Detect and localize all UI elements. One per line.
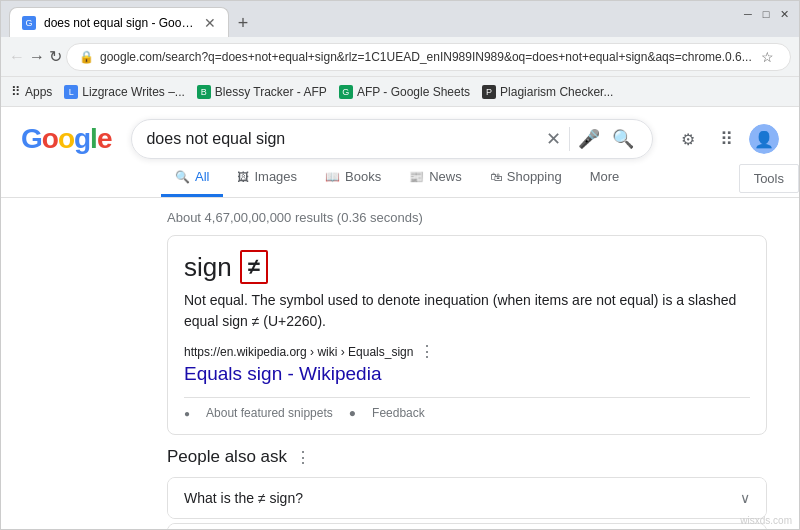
- google-apps-button[interactable]: ⠿: [711, 124, 741, 154]
- people-also-ask-section: People also ask ⋮ What is the ≠ sign? ∨ …: [167, 447, 767, 529]
- logo-g: G: [21, 123, 42, 154]
- paa-chevron-1: ∨: [740, 490, 750, 506]
- tab-images[interactable]: 🖼 Images: [223, 159, 311, 197]
- extensions-button[interactable]: 🧩: [795, 43, 800, 71]
- header-icons: ⚙ ⠿ 👤: [673, 124, 779, 154]
- tab-news-label: News: [429, 169, 462, 184]
- all-tab-icon: 🔍: [175, 170, 190, 184]
- active-tab[interactable]: G does not equal sign - Google S... ✕: [9, 7, 229, 37]
- search-divider: [569, 127, 570, 151]
- paa-more-icon[interactable]: ⋮: [295, 448, 311, 467]
- tab-bar: G does not equal sign - Google S... ✕ + …: [1, 1, 799, 37]
- minimize-button[interactable]: ─: [741, 7, 755, 21]
- tab-favicon: G: [22, 16, 36, 30]
- paa-question-1[interactable]: What is the ≠ sign? ∨: [168, 478, 766, 518]
- tools-button[interactable]: Tools: [739, 164, 799, 193]
- bookmark-lizgrace-favicon: L: [64, 85, 78, 99]
- bookmark-apps[interactable]: ⠿ Apps: [11, 84, 52, 99]
- bookmark-star-icon[interactable]: ☆: [758, 47, 778, 67]
- result-more-icon[interactable]: ⋮: [419, 342, 435, 361]
- user-avatar[interactable]: 👤: [749, 124, 779, 154]
- voice-search-icon[interactable]: 🎤: [578, 128, 600, 150]
- snippet-feedback-link[interactable]: Feedback: [372, 406, 425, 420]
- result-site-url: https://en.wikipedia.org › wiki › Equals…: [184, 345, 413, 359]
- paa-question-1-text: What is the ≠ sign?: [184, 490, 303, 506]
- logo-l: l: [90, 123, 97, 154]
- snippet-description: Not equal. The symbol used to denote ine…: [184, 290, 750, 332]
- books-tab-icon: 📖: [325, 170, 340, 184]
- images-tab-icon: 🖼: [237, 170, 249, 184]
- address-actions: ☆: [758, 47, 778, 67]
- result-url-line: https://en.wikipedia.org › wiki › Equals…: [184, 342, 750, 361]
- about-featured-snippets-link[interactable]: About featured snippets: [206, 406, 333, 420]
- new-tab-button[interactable]: +: [229, 9, 257, 37]
- snippet-title: sign: [184, 252, 232, 283]
- bookmark-plagiarism-favicon: P: [482, 85, 496, 99]
- tab-close-icon[interactable]: ✕: [204, 15, 216, 31]
- search-submit-icon[interactable]: 🔍: [608, 124, 638, 154]
- paa-item-2[interactable]: What does this mean ≅? ∨: [167, 523, 767, 529]
- snippet-desc-text: Not equal. The symbol used to denote ine…: [184, 292, 736, 329]
- result-title-link[interactable]: Equals sign - Wikipedia: [184, 363, 381, 384]
- logo-e: e: [97, 123, 112, 154]
- bookmark-plagiarism-label: Plagiarism Checker...: [500, 85, 613, 99]
- search-input[interactable]: [146, 130, 538, 148]
- snippet-dot: ●: [184, 408, 190, 419]
- paa-title: People also ask: [167, 447, 287, 467]
- tab-shopping[interactable]: 🛍 Shopping: [476, 159, 576, 197]
- tab-news[interactable]: 📰 News: [395, 159, 476, 197]
- browser-toolbar: ← → ↻ 🔒 google.com/search?q=does+not+equ…: [1, 37, 799, 77]
- snippet-footer: ● About featured snippets ● Feedback: [184, 397, 750, 420]
- tab-shopping-label: Shopping: [507, 169, 562, 184]
- tab-more[interactable]: More: [576, 159, 634, 197]
- bookmark-afp-favicon: G: [339, 85, 353, 99]
- toolbar-icons: 🧩 👤: [795, 43, 800, 71]
- bookmarks-bar: ⠿ Apps L Lizgrace Writes –... B Blessy T…: [1, 77, 799, 107]
- news-tab-icon: 📰: [409, 170, 424, 184]
- address-bar[interactable]: 🔒 google.com/search?q=does+not+equal+sig…: [66, 43, 791, 71]
- snippet-heading: sign ≠: [184, 250, 750, 284]
- bookmark-blessy[interactable]: B Blessy Tracker - AFP: [197, 85, 327, 99]
- browser-frame: G does not equal sign - Google S... ✕ + …: [0, 0, 800, 530]
- results-count: About 4,67,00,00,000 results (0.36 secon…: [167, 206, 775, 235]
- watermark: wisxds.com: [740, 515, 792, 526]
- google-header: Google ✕ 🎤 🔍 ⚙ ⠿ 👤: [1, 107, 799, 159]
- paa-item-1[interactable]: What is the ≠ sign? ∨: [167, 477, 767, 519]
- google-logo[interactable]: Google: [21, 123, 111, 155]
- tab-title: does not equal sign - Google S...: [44, 16, 196, 30]
- tab-books[interactable]: 📖 Books: [311, 159, 395, 197]
- tab-images-label: Images: [254, 169, 297, 184]
- bookmark-plagiarism[interactable]: P Plagiarism Checker...: [482, 85, 613, 99]
- tab-all-label: All: [195, 169, 209, 184]
- featured-snippet: sign ≠ Not equal. The symbol used to den…: [167, 235, 767, 435]
- results-area: About 4,67,00,00,000 results (0.36 secon…: [1, 198, 799, 529]
- bookmark-lizgrace[interactable]: L Lizgrace Writes –...: [64, 85, 184, 99]
- page-content: Google ✕ 🎤 🔍 ⚙ ⠿ 👤: [1, 107, 799, 529]
- tab-more-label: More: [590, 169, 620, 184]
- settings-button[interactable]: ⚙: [673, 124, 703, 154]
- logo-o2: o: [58, 123, 74, 154]
- maximize-button[interactable]: □: [759, 7, 773, 21]
- apps-grid-icon: ⠿: [11, 84, 21, 99]
- footer-separator: ●: [349, 406, 356, 420]
- bookmark-blessy-favicon: B: [197, 85, 211, 99]
- bookmark-afp-label: AFP - Google Sheets: [357, 85, 470, 99]
- shopping-tab-icon: 🛍: [490, 170, 502, 184]
- tab-books-label: Books: [345, 169, 381, 184]
- forward-button[interactable]: →: [29, 43, 45, 71]
- paa-header: People also ask ⋮: [167, 447, 767, 467]
- logo-o1: o: [42, 123, 58, 154]
- address-text: google.com/search?q=does+not+equal+sign&…: [100, 50, 752, 64]
- tab-all[interactable]: 🔍 All: [161, 159, 223, 197]
- close-button[interactable]: ✕: [777, 7, 791, 21]
- bookmark-blessy-label: Blessy Tracker - AFP: [215, 85, 327, 99]
- back-button[interactable]: ←: [9, 43, 25, 71]
- paa-question-2[interactable]: What does this mean ≅? ∨: [168, 524, 766, 529]
- search-clear-icon[interactable]: ✕: [546, 128, 561, 150]
- window-controls: ─ □ ✕: [741, 7, 791, 21]
- logo-g2: g: [74, 123, 90, 154]
- snippet-symbol-box: ≠: [240, 250, 268, 284]
- refresh-button[interactable]: ↻: [49, 43, 62, 71]
- bookmark-afp-sheets[interactable]: G AFP - Google Sheets: [339, 85, 470, 99]
- bookmark-apps-label: Apps: [25, 85, 52, 99]
